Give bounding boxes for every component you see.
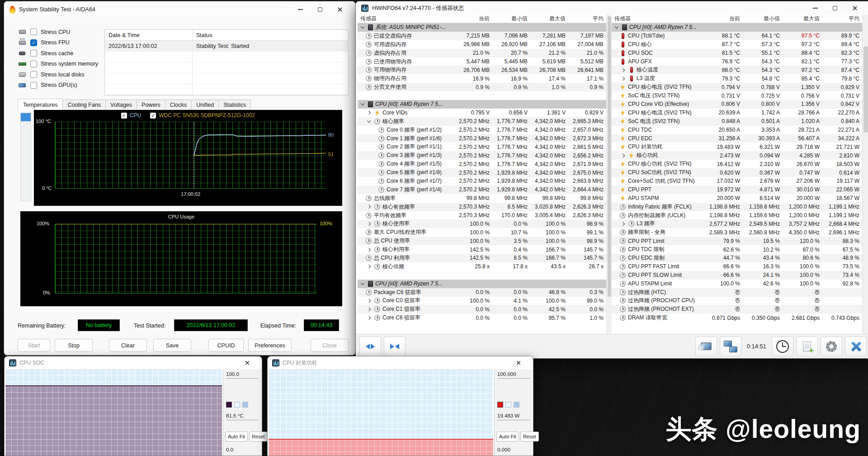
grid-color-swatch[interactable] (242, 402, 248, 408)
legend-checkbox[interactable]: ✓ (150, 113, 156, 119)
checkbox[interactable] (30, 50, 37, 57)
tab-cooling-fans[interactable]: Cooling Fans (63, 100, 106, 111)
legend-checkbox[interactable]: ✓ (121, 113, 127, 119)
column-header[interactable]: 最大值 (530, 15, 568, 23)
chevron-right-icon[interactable] (367, 222, 371, 226)
sensor-row[interactable]: Core 2 频率 (perf #1/1)2,570.2 MHz1,776.7 … (358, 142, 606, 151)
maximize-button[interactable] (825, 2, 845, 14)
logging-button[interactable] (796, 337, 818, 356)
sensor-row[interactable]: CPU TDC 限制62.6 %10.2 %87.0 %67.5 % (612, 245, 862, 254)
stress-option[interactable]: Stress system memory (18, 59, 98, 70)
sensor-row[interactable]: APU GFX76.9 °C54.3 °C82.1 °C77.3 °C (612, 57, 862, 66)
sensor-row[interactable]: CPU PPT SLOW Limit66.6 %24.1 %100.0 %73.… (612, 271, 862, 280)
sensor-row[interactable]: Core 0 频率 (perf #1/2)2,570.2 MHz1,776.7 … (358, 126, 606, 134)
sensor-row[interactable]: L3 频率2,577.2 MHz2,549.5 MHz3,757.2 MHz2,… (612, 219, 862, 228)
tab-voltages[interactable]: Voltages (106, 100, 137, 111)
sensor-row[interactable]: Core C1 驻留率0.0 %0.0 %42.5 %0.0 % (358, 305, 606, 314)
chevron-down-icon[interactable] (615, 25, 618, 28)
sensor-row[interactable]: 总线频率99.8 MHz99.8 MHz99.8 MHz99.8 MHz (358, 194, 606, 203)
stress-option[interactable]: Stress CPU (18, 27, 98, 38)
sensor-row[interactable]: CPU PPT FAST Limit66.6 %16.3 %100.0 %73.… (612, 262, 862, 271)
close-button[interactable] (237, 356, 257, 369)
sensor-row[interactable]: 过热降频 (HTC)否否否 (612, 288, 862, 297)
mini-titlebar[interactable]: CPU 封装功耗 (268, 356, 533, 369)
background-color-swatch[interactable] (505, 402, 511, 408)
sensor-row[interactable]: Core+SoC 功耗 (SVI2 TFN)17.032 W2.676 W27.… (612, 177, 862, 185)
checkbox[interactable] (30, 61, 37, 67)
sensor-row[interactable]: 核心使用率100.0 %0.0 %100.0 %98.9 % (358, 219, 606, 228)
checkbox[interactable] (30, 28, 37, 35)
sensor-row[interactable]: 核心功耗2.473 W0.094 W4.285 W2.810 W (612, 151, 862, 160)
sensor-row[interactable]: CPU SOC81.5 °C55.1 °C88.4 °C82.3 °C (612, 49, 862, 57)
sensor-row[interactable]: 已提交虚拟内存7,215 MB7,096 MB7,281 MB7,197 MB (358, 32, 606, 40)
column-header[interactable]: 平均 (822, 15, 862, 23)
tab-clocks[interactable]: Clocks (165, 100, 192, 111)
column-header[interactable]: 当前 (703, 15, 743, 23)
chart-zoom-thumb[interactable] (21, 113, 31, 121)
sensor-row[interactable]: DRAM 读取带宽0.871 Gbps0.350 Gbps2.681 Gbps0… (612, 314, 862, 322)
log-col-status[interactable]: Status (193, 32, 348, 38)
sensor-row[interactable]: CPU TDC20.650 A3.353 A28.721 A22.271 A (612, 126, 862, 134)
checkbox[interactable] (30, 39, 37, 46)
sensor-row[interactable]: 核心有效频率2,570.3 MHz8.5 MHz3,020.8 MHz2,626… (358, 203, 606, 211)
save-button[interactable]: Save (153, 339, 191, 352)
sensor-row[interactable]: Package C6 驻留率0.0 %0.0 %46.8 %0.3 % (358, 288, 606, 297)
system-summary-button[interactable] (695, 337, 717, 356)
sensor-row[interactable]: 分页文件使用0.9 %0.9 %1.0 %0.9 % (358, 83, 606, 91)
sensor-row[interactable]: 最大 CPU/线程使用率100.0 %10.7 %100.0 %99.1 % (358, 228, 606, 237)
hwinfo-titlebar[interactable]: HWiNFO64 v7.24-4770 - 传感器状态 (356, 1, 868, 15)
aida64-titlebar[interactable]: System Stability Test - AIDA64 (4, 1, 355, 18)
chevron-right-icon[interactable] (621, 154, 625, 157)
chevron-down-icon[interactable] (361, 25, 364, 28)
sensor-row[interactable]: 总 CPU 使用率100.0 %3.5 %100.0 %98.9 % (358, 237, 606, 245)
series-color-swatch[interactable] (497, 402, 503, 408)
close-button[interactable] (845, 2, 865, 14)
mini-titlebar[interactable]: CPU SOC (5, 356, 262, 369)
minimize-button[interactable] (290, 3, 310, 16)
maximize-button[interactable] (310, 3, 330, 16)
stress-option[interactable]: Stress GPU(s) (18, 80, 98, 91)
sensor-row[interactable]: Infinity Fabric 频率 (FCLK)1,198.8 MHz1,15… (612, 203, 862, 211)
sensor-row[interactable]: CPU 封装功耗19.483 W6.321 W29.716 W21.721 W (612, 142, 862, 151)
sensor-group-row[interactable]: CPU [#0]: AMD Ryzen 7 5... (358, 280, 606, 288)
remote-monitoring-button[interactable] (720, 337, 741, 356)
column-header[interactable]: 最小值 (492, 15, 530, 23)
sensor-row[interactable]: 过热降频 (PROCHOT EXT)否否否 (612, 305, 862, 314)
chevron-down-icon[interactable] (361, 102, 364, 105)
sensor-row[interactable]: CPU SoC功耗 (SVI2 TFN)0.620 W0.367 W0.747 … (612, 168, 862, 177)
sensor-row[interactable]: 已使用物理内存5,447 MB5,445 MB5,619 MB5,512 MB (358, 57, 606, 66)
sensor-row[interactable]: CPU 核心功耗 (SVI2 TFN)16.412 W2.310 W26.670… (612, 160, 862, 168)
sensor-row[interactable]: Core 7 频率 (perf #1/4)2,570.2 MHz1,929.8 … (358, 185, 606, 194)
sensor-row[interactable]: 频率限制 - 全局2,589.3 MHz2,560.8 MHz4,350.0 M… (612, 228, 862, 237)
sensor-row[interactable]: 内存控制器频率 (UCLK)1,198.8 MHz1,159.6 MHz1,20… (612, 211, 862, 220)
close-button[interactable] (330, 3, 350, 16)
sensor-group-row[interactable]: 系统: ASUS MINIPC PN51-... (358, 23, 606, 32)
chevron-right-icon[interactable] (367, 265, 371, 268)
sensor-panel-left[interactable]: 传感器当前最小值最大值平均系统: ASUS MINIPC PN51-...已提交… (358, 15, 606, 334)
close-button[interactable]: Close (311, 339, 349, 352)
clear-button[interactable]: Clear (109, 339, 147, 352)
chevron-right-icon[interactable] (367, 299, 371, 303)
stress-option[interactable]: Stress FPU (18, 38, 98, 48)
chevron-down-icon[interactable] (367, 119, 371, 123)
grid-color-swatch[interactable] (514, 402, 519, 408)
stress-option[interactable]: Stress cache (18, 48, 98, 59)
sensor-row[interactable]: 核心温度86.0 °C54.3 °C97.2 °C87.4 °C (612, 66, 862, 74)
cpuid-button[interactable]: CPUID (208, 339, 244, 352)
sensor-row[interactable]: Core C6 驻留率0.0 %0.0 %95.7 %1.0 % (358, 314, 606, 322)
log-row[interactable]: 2022/6/13 17:00:02Stability Test: Starte… (105, 41, 348, 52)
sensor-row[interactable]: APU STAPM20.000 W8.514 W20.000 W18.567 W (612, 194, 862, 203)
chevron-right-icon[interactable] (367, 308, 371, 311)
tab-statistics[interactable]: Statistics (219, 100, 251, 111)
reset-button[interactable]: Reset (249, 432, 268, 442)
sensor-row[interactable]: 过热降频 (PROCHOT CPU)否否否 (612, 297, 862, 305)
close-button[interactable] (509, 356, 528, 369)
sensor-row[interactable]: 总 CPU 利用率142.5 %8.5 %166.7 %145.7 % (358, 254, 606, 262)
sensor-row[interactable]: CPU (Tctl/Tdie)88.1 °C64.1 °C97.5 °C89.9… (612, 32, 862, 40)
sensor-row[interactable]: CPU 核心电流 (SVI2 TFN)20.639 A1.742 A28.766… (612, 109, 862, 117)
column-header-sensor[interactable]: 传感器 (358, 15, 454, 23)
sensor-row[interactable]: 物理内存占用16.9 %16.9 %17.4 %17.1 % (358, 74, 606, 83)
sensor-row[interactable]: CPU EDC31.256 A30.393 A56.407 A34.222 A (612, 134, 862, 143)
chevron-right-icon[interactable] (621, 77, 625, 81)
background-color-swatch[interactable] (234, 402, 240, 408)
